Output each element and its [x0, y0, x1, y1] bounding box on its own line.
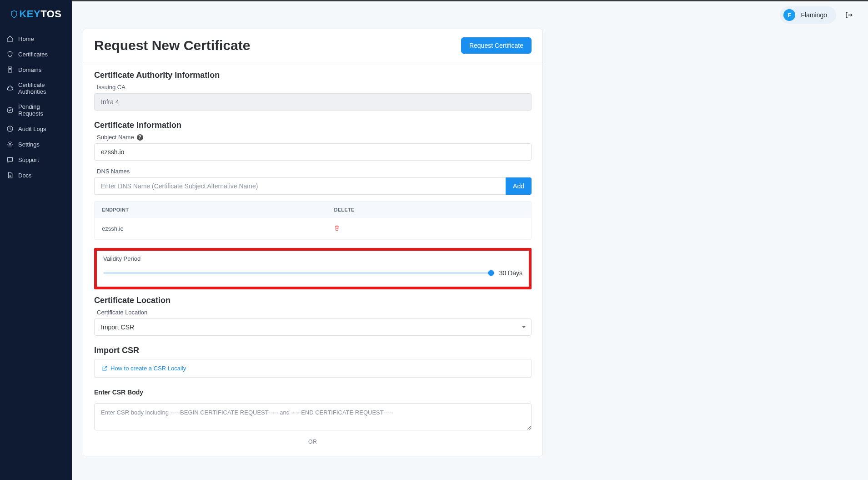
request-card: Request New Certificate Request Certific… — [83, 29, 543, 456]
certificate-location-select[interactable]: Import CSR — [94, 318, 532, 336]
csr-body-label: Enter CSR Body — [94, 389, 532, 396]
csr-help-link[interactable]: How to create a CSR Locally — [102, 365, 186, 372]
user-name: Flamingo — [801, 11, 827, 19]
shield-outline-icon — [6, 51, 14, 58]
or-separator: OR — [94, 439, 532, 445]
svg-point-3 — [7, 107, 13, 113]
help-icon[interactable]: ? — [137, 134, 143, 141]
nav-settings[interactable]: Settings — [0, 136, 72, 152]
brand-logo: KEYTOS — [0, 8, 72, 20]
section-import-csr-heading: Import CSR — [94, 346, 532, 355]
slider-thumb[interactable] — [488, 270, 494, 276]
gear-icon — [6, 141, 14, 148]
logout-button[interactable] — [843, 9, 855, 21]
home-icon — [6, 35, 14, 42]
validity-period-box: Validity Period 30 Days — [94, 248, 532, 289]
delete-dns-button[interactable] — [334, 226, 340, 233]
subject-name-input[interactable] — [94, 143, 532, 161]
validity-slider[interactable] — [103, 272, 491, 274]
nav-certificate-authorities[interactable]: Certificate Authorities — [0, 77, 72, 99]
col-endpoint-header: ENDPOINT — [102, 207, 334, 212]
issuing-ca-label: Issuing CA — [97, 84, 532, 91]
nav-home[interactable]: Home — [0, 31, 72, 46]
nav-label: Home — [18, 35, 34, 42]
request-certificate-button[interactable]: Request Certificate — [461, 37, 532, 54]
nav-label: Certificates — [18, 51, 48, 58]
page-title: Request New Certificate — [94, 38, 250, 53]
validity-label: Validity Period — [103, 255, 522, 262]
endpoint-cell: ezssh.io — [102, 225, 334, 232]
nav-label: Docs — [18, 172, 32, 179]
document-icon — [6, 66, 14, 73]
brand-text: KEYTOS — [19, 8, 61, 20]
nav-label: Settings — [18, 141, 40, 148]
nav-pending-requests[interactable]: Pending Requests — [0, 99, 72, 121]
nav-domains[interactable]: Domains — [0, 62, 72, 77]
nav-label: Support — [18, 157, 39, 163]
chat-icon — [6, 156, 14, 163]
validity-value: 30 Days — [499, 269, 522, 277]
nav-certificates[interactable]: Certificates — [0, 46, 72, 62]
user-chip[interactable]: F Flamingo — [780, 6, 836, 24]
shield-icon — [10, 9, 18, 19]
add-dns-button[interactable]: Add — [506, 177, 532, 195]
nav-label: Certificate Authorities — [18, 81, 65, 95]
nav-label: Pending Requests — [18, 103, 65, 117]
check-circle-icon — [6, 106, 14, 114]
sidebar: KEYTOS Home Certificates Domains Certifi… — [0, 0, 72, 480]
external-link-icon — [102, 365, 108, 371]
section-cert-heading: Certificate Information — [94, 121, 532, 130]
csr-help-link-box: How to create a CSR Locally — [94, 359, 532, 378]
dns-name-input[interactable] — [94, 177, 506, 195]
nav-docs[interactable]: Docs — [0, 167, 72, 183]
nav-label: Audit Logs — [18, 126, 46, 132]
cloud-icon — [6, 85, 14, 92]
table-row: ezssh.io — [95, 218, 531, 239]
nav-support[interactable]: Support — [0, 152, 72, 167]
trash-icon — [334, 224, 340, 232]
topbar: F Flamingo — [72, 1, 868, 29]
csr-body-textarea[interactable] — [94, 403, 532, 430]
col-delete-header: DELETE — [334, 207, 524, 212]
avatar: F — [783, 9, 795, 21]
dns-table: ENDPOINT DELETE ezssh.io — [94, 201, 532, 240]
nav-audit-logs[interactable]: Audit Logs — [0, 121, 72, 136]
section-ca-heading: Certificate Authority Information — [94, 71, 532, 80]
nav-label: Domains — [18, 66, 41, 73]
nav-list: Home Certificates Domains Certificate Au… — [0, 31, 72, 183]
subject-name-label: Subject Name ? — [97, 134, 532, 141]
dns-names-label: DNS Names — [97, 168, 532, 175]
svg-point-5 — [9, 143, 11, 145]
logout-icon — [845, 11, 853, 19]
issuing-ca-value: Infra 4 — [94, 93, 532, 111]
clock-icon — [6, 125, 14, 132]
main-area: F Flamingo Request New Certificate Reque… — [72, 0, 868, 480]
section-location-heading: Certificate Location — [94, 296, 532, 305]
file-icon — [6, 172, 14, 179]
certificate-location-label: Certificate Location — [97, 309, 532, 316]
